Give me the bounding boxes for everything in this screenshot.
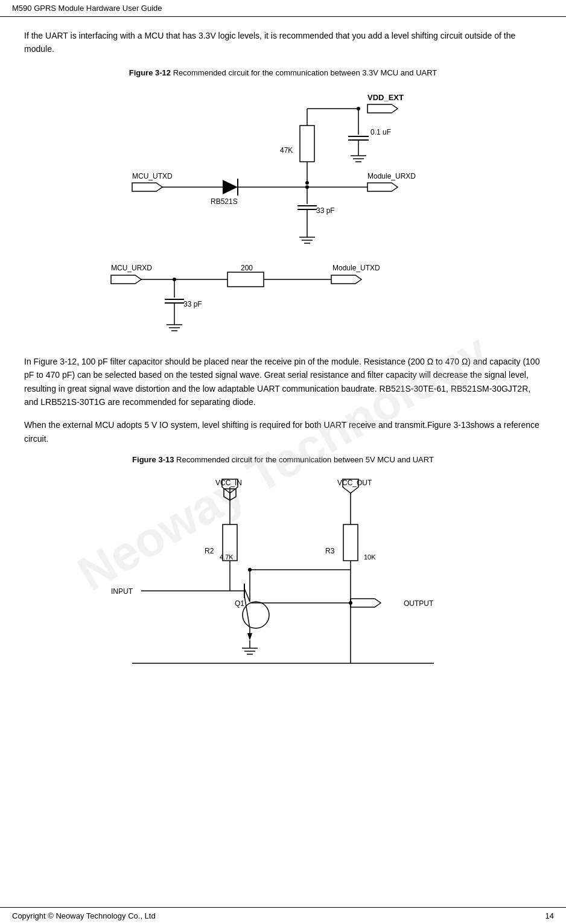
svg-marker-62 [247, 633, 252, 640]
res-47k-value: 4.7K [220, 553, 234, 561]
q1-label: Q1 [235, 599, 244, 608]
figure-12-caption-bold: Figure 3-12 [129, 68, 171, 77]
input-label: INPUT [111, 587, 133, 596]
res-200-label: 200 [241, 264, 253, 272]
footer-page-number: 14 [545, 911, 554, 920]
svg-marker-30 [111, 275, 141, 284]
figure-13-caption: Figure 3-13 Recommended circuit for the … [24, 455, 542, 464]
svg-point-14 [305, 181, 309, 185]
svg-marker-35 [331, 275, 361, 284]
figure-13-diagram: VCC_IN R2 4.7K VCC_OUT R3 10K [24, 470, 542, 675]
vdd-ext-label: VDD_EXT [367, 93, 404, 102]
mcu-utxd-label: MCU_UTXD [132, 172, 173, 180]
svg-marker-54 [351, 599, 381, 607]
figure-12-caption-text: Recommended circuit for the communicatio… [173, 68, 437, 77]
footer-copyright: Copyright © Neoway Technology Co., Ltd [12, 911, 156, 920]
r3-label: R3 [325, 547, 335, 555]
svg-rect-12 [300, 126, 314, 162]
body-text-2: When the external MCU adopts 5 V IO syst… [24, 418, 542, 445]
svg-rect-33 [227, 272, 264, 287]
header-title: M590 GPRS Module Hardware User Guide [12, 4, 162, 13]
svg-marker-0 [367, 104, 398, 113]
rb521s-label: RB521S [211, 197, 238, 206]
page-header: M590 GPRS Module Hardware User Guide [0, 0, 566, 17]
figure-13-caption-text: Recommended circuit for the communicatio… [176, 455, 434, 464]
module-urxd-label: Module_URXD [367, 172, 416, 180]
res-47k-label: 47K [280, 146, 293, 155]
svg-rect-51 [343, 524, 358, 561]
cap-33pf-1-label: 33 pF [316, 206, 335, 215]
module-utxd-label: Module_UTXD [332, 264, 380, 272]
svg-marker-18 [223, 180, 238, 194]
svg-marker-15 [132, 183, 162, 191]
r2-label: R2 [205, 547, 214, 555]
intro-paragraph: If the UART is interfacing with a MCU th… [24, 29, 542, 56]
page-footer: Copyright © Neoway Technology Co., Ltd 1… [0, 907, 566, 924]
figure-12-diagram: VDD_EXT 0.1 uF 47K [24, 83, 542, 337]
cap-33pf-2-label: 33 pF [183, 300, 202, 308]
res-10k-value: 10K [364, 553, 376, 561]
svg-point-55 [243, 602, 269, 628]
body-text-1: In Figure 3-12, 100 pF filter capacitor … [24, 355, 542, 409]
cap-01uf-label: 0.1 uF [370, 128, 391, 136]
figure-12-caption: Figure 3-12 Recommended circuit for the … [24, 68, 542, 77]
svg-marker-16 [367, 183, 398, 191]
mcu-urxd-label: MCU_URXD [111, 264, 152, 272]
output-label: OUTPUT [404, 599, 434, 608]
figure-13-caption-bold: Figure 3-13 [132, 455, 174, 464]
